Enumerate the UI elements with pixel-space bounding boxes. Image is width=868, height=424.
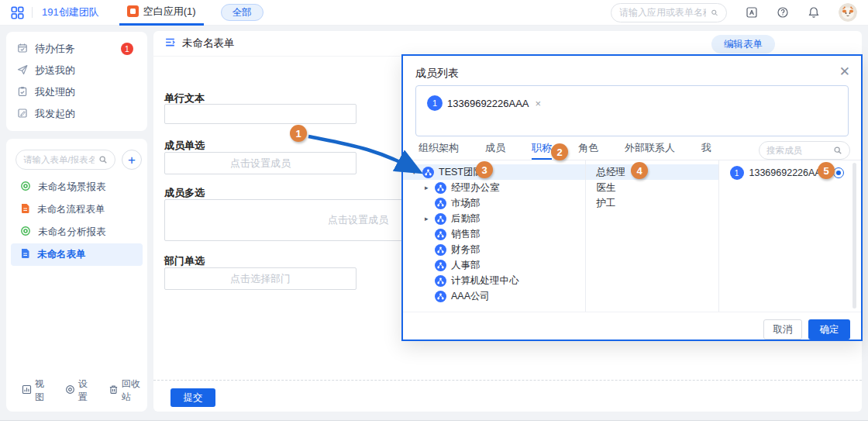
form-list-item[interactable]: 未命名分析报表 — [11, 221, 143, 243]
form-item-icon — [20, 226, 31, 239]
help-icon[interactable] — [777, 6, 789, 19]
team-name-link[interactable]: 191创建团队 — [42, 5, 99, 19]
nav-icon — [17, 86, 28, 99]
org-icon — [435, 260, 446, 271]
org-icon — [435, 198, 446, 209]
field-label-member-single: 成员单选 — [164, 139, 205, 153]
job-title-item[interactable]: 护工 — [586, 195, 718, 211]
org-tree-item[interactable]: 销售部 — [403, 226, 585, 242]
sidebar-nav-item[interactable]: 我处理的 — [6, 81, 147, 103]
app-icon — [127, 5, 139, 17]
sidebar-nav-item[interactable]: 抄送我的 — [6, 60, 147, 81]
filter-all-pill[interactable]: 全部 — [221, 4, 264, 21]
org-tree-item[interactable]: 人事部 — [403, 257, 585, 273]
org-tree-item[interactable]: 计算机处理中心 — [403, 273, 585, 288]
search-icon — [711, 8, 718, 18]
form-outline-icon[interactable] — [164, 36, 176, 51]
radio-selected-icon[interactable] — [833, 167, 844, 178]
picker-tab[interactable]: 外部联系人 — [625, 141, 675, 160]
picker-tab[interactable]: 职称 — [532, 141, 552, 160]
sidebar-nav-item[interactable]: 我发起的 — [6, 103, 147, 125]
divider — [153, 380, 862, 381]
footer-icon — [108, 384, 119, 397]
sidebar-nav-item[interactable]: 待办任务 1 — [6, 38, 147, 60]
sidebar-footer-item[interactable]: 回收站 — [108, 377, 144, 404]
form-item-icon — [20, 181, 31, 194]
org-tree-item[interactable]: 市场部 — [403, 195, 585, 211]
annotation-step-5: 5 — [818, 162, 835, 179]
sidebar-tasks-panel: 待办任务 1 抄送我的 我处理的 我发起的 — [6, 32, 147, 131]
close-icon[interactable]: ✕ — [839, 64, 850, 80]
org-icon — [435, 275, 446, 287]
submit-button[interactable]: 提交 — [170, 388, 215, 407]
add-form-button[interactable]: + — [122, 150, 142, 170]
selected-members-area[interactable]: 1 13369692226AAA × — [415, 85, 849, 136]
footer-icon — [22, 384, 32, 397]
org-icon — [435, 213, 446, 225]
cancel-button[interactable]: 取消 — [763, 319, 802, 340]
org-icon — [435, 291, 446, 302]
dialog-title: 成员列表 — [415, 67, 459, 81]
org-icon — [435, 229, 446, 240]
footer-icon — [65, 384, 75, 397]
member-search-box[interactable] — [759, 141, 850, 160]
nav-icon — [17, 43, 28, 56]
edit-form-button[interactable]: 编辑表单 — [711, 35, 775, 53]
annotation-step-3: 3 — [476, 161, 493, 178]
expand-arrow-icon[interactable]: ▸ — [425, 215, 435, 222]
app-window: 191创建团队 空白应用(1) 全部 — [0, 0, 868, 424]
nav-icon — [17, 64, 28, 78]
sidebar-footer: 视图 设置 回收站 — [12, 377, 153, 404]
annotation-arrow — [302, 130, 434, 180]
scrollbar[interactable] — [852, 163, 856, 309]
tab-blank-app[interactable]: 空白应用(1) — [119, 0, 204, 26]
org-tree-item[interactable]: 财务部 — [403, 242, 585, 257]
window-bottom-edge — [0, 420, 868, 424]
search-icon — [833, 146, 842, 155]
form-list-item[interactable]: 未命名流程表单 — [11, 198, 143, 221]
annotation-step-4: 4 — [631, 162, 648, 179]
member-item[interactable]: 1 13369692226AAA — [719, 164, 861, 181]
member-avatar: 1 — [730, 166, 744, 180]
page-title: 未命名表单 — [182, 36, 235, 50]
app-search-input[interactable] — [619, 7, 706, 18]
picker-tab[interactable]: 成员 — [485, 141, 505, 160]
form-search-box[interactable] — [16, 150, 115, 170]
org-tree-item[interactable]: ▸ 后勤部 — [403, 211, 585, 226]
job-title-item[interactable]: 医生 — [586, 180, 718, 195]
picker-tab[interactable]: 角色 — [578, 141, 598, 160]
selected-member-chip[interactable]: 1 13369692226AAA × — [427, 95, 541, 111]
annotation-step-1: 1 — [290, 125, 307, 142]
form-list-item[interactable]: 未命名表单 — [11, 243, 143, 266]
annotation-step-2: 2 — [551, 143, 568, 160]
member-column: 1 13369692226AAA — [719, 160, 861, 312]
notifications-bell-icon[interactable] — [808, 6, 820, 19]
org-icon — [435, 182, 446, 194]
org-tree-item[interactable]: AAA公司 — [403, 288, 585, 304]
remove-member-icon[interactable]: × — [536, 98, 542, 109]
form-item-icon — [20, 203, 30, 216]
divider — [32, 7, 33, 18]
member-search-input[interactable] — [766, 146, 828, 155]
org-tree-item[interactable]: ▸ 经理办公室 — [403, 180, 585, 195]
form-list-item[interactable]: 未命名场景报表 — [11, 176, 143, 198]
form-item-icon — [20, 248, 30, 261]
app-search-box[interactable] — [611, 3, 727, 22]
confirm-button[interactable]: 确定 — [808, 319, 850, 340]
sidebar-footer-item[interactable]: 视图 — [22, 377, 50, 404]
member-avatar: 1 — [427, 95, 443, 111]
job-title-item[interactable]: 总经理 — [586, 164, 718, 180]
apps-grid-icon[interactable] — [11, 6, 24, 19]
expand-arrow-icon[interactable]: ▸ — [425, 184, 435, 191]
picker-tab[interactable]: 我 — [701, 141, 711, 160]
dept-single-picker[interactable]: 点击选择部门 — [164, 267, 356, 290]
field-label-member-multi: 成员多选 — [164, 186, 205, 200]
contact-card-icon[interactable] — [746, 6, 758, 19]
search-icon — [98, 155, 108, 164]
single-line-text-input[interactable] — [164, 104, 356, 124]
job-title-column: 总经理 医生 护工 — [586, 160, 719, 312]
sidebar-footer-item[interactable]: 设置 — [65, 377, 93, 404]
user-avatar[interactable] — [839, 3, 857, 22]
form-search-input[interactable] — [23, 155, 95, 164]
org-tree-column: ▾ TEST团队 ▸ — [403, 160, 586, 312]
